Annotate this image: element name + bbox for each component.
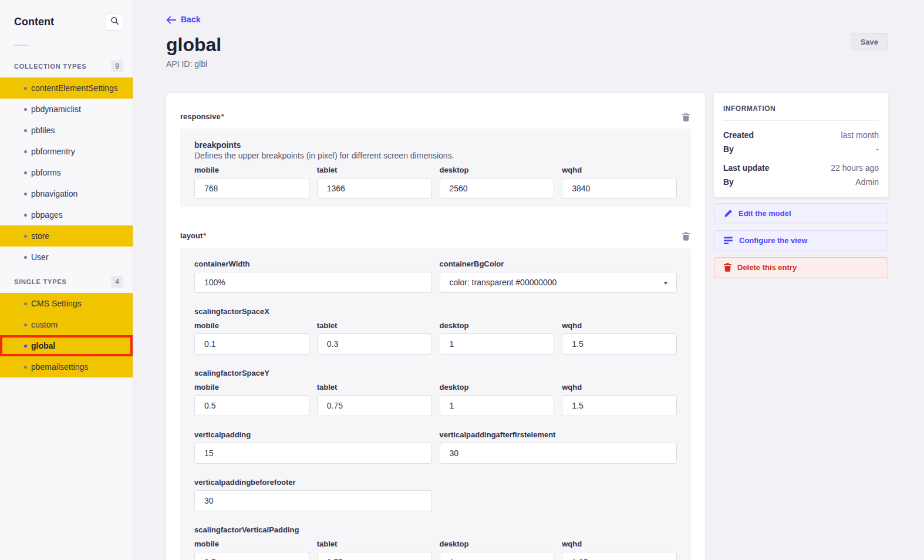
field-label: desktop: [440, 166, 555, 175]
field-row: mobiletabletdesktopwqhd: [194, 383, 677, 416]
desktop-input[interactable]: [440, 552, 555, 560]
sidebar-item-pbformentry[interactable]: pbformentry: [0, 141, 133, 162]
verticalpadding-input[interactable]: [194, 443, 432, 464]
tablet-input[interactable]: [317, 178, 432, 199]
delete-component-button[interactable]: [681, 231, 691, 242]
chevron-down-icon: [663, 282, 668, 285]
field-verticalpadding: verticalpadding: [194, 430, 432, 464]
field-row: verticalpaddingverticalpaddingafterfirst…: [194, 430, 677, 464]
bullet-icon: [24, 235, 27, 238]
api-id-subtitle: API ID: glbl: [166, 59, 888, 69]
sidebar-item-custom[interactable]: custom: [0, 314, 133, 335]
wqhd-input[interactable]: [562, 552, 677, 560]
form-section-responsive: responsive*breakpointsDefines the upper …: [180, 112, 691, 207]
app-window: Content COLLECTION TYPES9contentElementS…: [0, 0, 924, 560]
delete-component-button[interactable]: [681, 112, 691, 123]
required-asterisk: *: [221, 112, 224, 121]
field-desktop: desktop: [440, 166, 555, 199]
search-icon: [110, 16, 119, 27]
field-label: tablet: [317, 539, 432, 549]
sidebar-item-pbforms[interactable]: pbforms: [0, 162, 133, 183]
edit-the-model-button[interactable]: Edit the model: [714, 203, 888, 224]
mobile-input[interactable]: [194, 178, 309, 199]
delete-this-entry-button[interactable]: Delete this entry: [714, 257, 888, 278]
field-containerWidth: containerWidth: [194, 259, 432, 293]
desktop-input[interactable]: [440, 333, 555, 355]
information-rows: Createdlast monthBy-Last update22 hours …: [723, 128, 879, 189]
field-row: mobiletabletdesktopwqhd: [194, 321, 677, 355]
sidebar-item-pbnavigation[interactable]: pbnavigation: [0, 183, 133, 204]
field-label: mobile: [194, 539, 309, 549]
nav-item-label: pbnavigation: [23, 189, 77, 198]
tablet-input[interactable]: [317, 552, 432, 560]
page-title: global: [166, 33, 888, 56]
bullet-icon: [24, 150, 27, 153]
select-value: color: transparent #00000000: [450, 278, 557, 287]
nav-section-header: SINGLE TYPES4: [0, 276, 133, 288]
nav-item-label: contentElementSettings: [23, 83, 118, 93]
mobile-input[interactable]: [194, 333, 309, 355]
wqhd-input[interactable]: [562, 178, 677, 199]
field-containerBgColor: containerBgColorcolor: transparent #0000…: [440, 259, 677, 293]
sidebar-item-pbfiles[interactable]: pbfiles: [0, 120, 133, 141]
save-button[interactable]: Save: [851, 33, 888, 50]
mobile-input[interactable]: [194, 552, 309, 560]
verticalpaddingafterfirstelement-input[interactable]: [440, 443, 677, 464]
desktop-input[interactable]: [440, 395, 555, 416]
field-tablet: tablet: [317, 383, 432, 416]
sidebar-divider: [14, 45, 28, 46]
nav-section-header: COLLECTION TYPES9: [0, 60, 133, 72]
sidebar-item-contentelementsettings[interactable]: contentElementSettings: [0, 77, 133, 99]
configure-list-icon: [724, 237, 733, 245]
nav-section-label: COLLECTION TYPES: [14, 61, 86, 72]
group-heading: breakpoints: [194, 140, 677, 150]
search-button[interactable]: [106, 13, 123, 31]
sidebar-item-user[interactable]: User: [0, 247, 133, 268]
bullet-icon: [24, 345, 27, 348]
tablet-input[interactable]: [317, 395, 432, 416]
information-divider: [723, 120, 879, 121]
configure-the-view-button[interactable]: Configure the view: [714, 230, 888, 251]
bullet-icon: [24, 171, 27, 174]
wqhd-input[interactable]: [562, 333, 677, 355]
info-row: ByAdmin: [723, 175, 879, 189]
nav-item-label: pbforms: [23, 168, 61, 177]
field-label: containerBgColor: [440, 259, 677, 269]
sidebar-item-cms-settings[interactable]: CMS Settings: [0, 293, 133, 314]
field-group-heading: scalingfactorVerticalPadding: [194, 525, 677, 535]
back-arrow-icon: [166, 16, 176, 24]
field-desktop: desktop: [440, 383, 555, 416]
field-desktop: desktop: [440, 539, 555, 560]
sidebar-item-pbpages[interactable]: pbpages: [0, 204, 133, 225]
containerBgColor-select[interactable]: color: transparent #00000000: [440, 272, 677, 293]
field-label: containerWidth: [194, 259, 432, 269]
sidebar-item-pbdynamiclist[interactable]: pbdynamiclist: [0, 99, 133, 120]
verticalpaddingbeforefooter-input[interactable]: [194, 490, 432, 511]
main-area: Back global API ID: glbl Save responsive…: [133, 0, 924, 560]
bullet-icon: [24, 193, 27, 195]
info-label: By: [723, 142, 734, 156]
sidebar-item-global[interactable]: global: [0, 335, 133, 356]
component-group: containerWidthcontainerBgColorcolor: tra…: [180, 248, 691, 560]
sidebar-item-store[interactable]: store: [0, 225, 133, 247]
field-label: desktop: [440, 321, 555, 330]
back-link[interactable]: Back: [166, 15, 200, 25]
desktop-input[interactable]: [440, 178, 555, 199]
field-mobile: mobile: [194, 166, 309, 199]
mobile-input[interactable]: [194, 395, 309, 416]
nav-list: contentElementSettingspbdynamiclistpbfil…: [0, 77, 133, 268]
field-row: containerWidthcontainerBgColorcolor: tra…: [194, 259, 677, 293]
section-title: responsive*: [180, 112, 224, 122]
tablet-input[interactable]: [317, 333, 432, 355]
containerWidth-input[interactable]: [194, 272, 432, 293]
wqhd-input[interactable]: [562, 395, 677, 416]
sidebar-item-pbemailsettings[interactable]: pbemailsettings: [0, 356, 133, 377]
nav-item-label: store: [23, 231, 49, 241]
information-title: INFORMATION: [723, 104, 879, 113]
content-sidebar: Content COLLECTION TYPES9contentElementS…: [0, 0, 133, 560]
nav-item-label: pbemailsettings: [23, 362, 88, 372]
field-wqhd: wqhd: [562, 539, 677, 560]
nav-count-badge: 9: [111, 60, 123, 72]
information-card: INFORMATION Createdlast monthBy-Last upd…: [714, 93, 888, 197]
trash-icon: [682, 114, 690, 123]
